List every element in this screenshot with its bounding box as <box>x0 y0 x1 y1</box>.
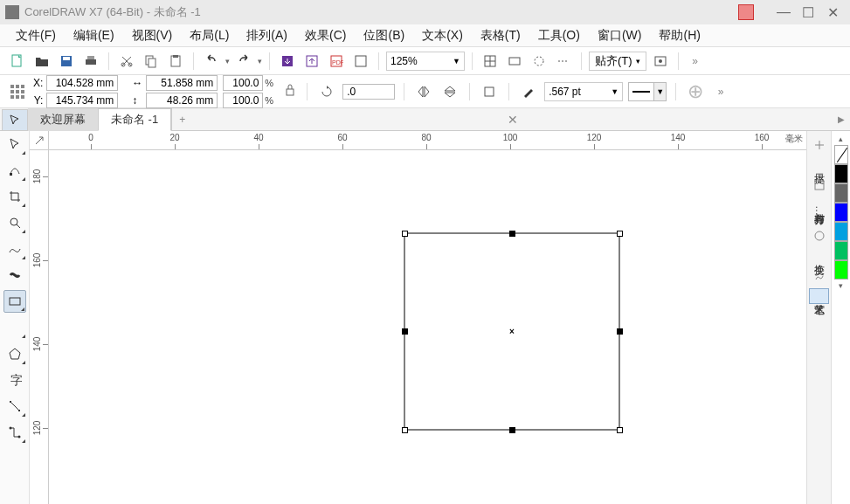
undo-button[interactable] <box>201 51 222 72</box>
vertical-ruler[interactable]: 180160140120 <box>30 150 49 504</box>
docker-transform[interactable]: 变换 <box>809 248 829 264</box>
rectangle-tool[interactable] <box>3 290 26 313</box>
y-position-input[interactable] <box>46 93 118 108</box>
user-badge-icon[interactable] <box>738 4 754 20</box>
expand-pane-button[interactable]: ▶ <box>833 114 850 124</box>
selection-handle[interactable] <box>617 427 623 433</box>
tab-document[interactable]: 未命名 -1 <box>98 108 171 131</box>
close-pane-button[interactable]: ✕ <box>502 113 523 127</box>
snap-button-3[interactable] <box>529 51 549 72</box>
suppress-fill-button[interactable] <box>479 81 500 102</box>
text-tool[interactable]: 字 <box>3 369 26 391</box>
snap-button-1[interactable] <box>480 51 501 72</box>
swatch-none[interactable] <box>834 145 848 164</box>
polygon-tool[interactable] <box>3 342 26 365</box>
selection-handle[interactable] <box>402 328 408 335</box>
menu-help[interactable]: 帮助(H) <box>650 24 708 47</box>
connector-tool[interactable] <box>3 421 26 444</box>
add-tab-button[interactable]: + <box>171 108 192 130</box>
x-position-input[interactable] <box>46 75 118 91</box>
color-swatch[interactable] <box>834 183 848 203</box>
pick-tool[interactable] <box>3 133 26 155</box>
color-swatch[interactable] <box>834 222 848 241</box>
width-input[interactable] <box>146 75 218 91</box>
selection-handle[interactable] <box>509 427 515 433</box>
menu-bitmaps[interactable]: 位图(B) <box>355 24 413 47</box>
scale-y-input[interactable] <box>223 93 263 108</box>
outline-style-select[interactable]: ▼ <box>628 82 667 101</box>
selection-handle[interactable] <box>509 231 515 237</box>
mirror-v-button[interactable] <box>439 81 460 102</box>
menu-window[interactable]: 窗口(W) <box>589 24 651 47</box>
tab-welcome[interactable]: 欢迎屏幕 <box>28 108 98 131</box>
menu-effects[interactable]: 效果(C) <box>296 24 355 47</box>
menu-file[interactable]: 文件(F) <box>7 24 65 47</box>
color-swatch[interactable] <box>834 260 848 280</box>
maximize-button[interactable]: ☐ <box>796 3 820 21</box>
color-swatch[interactable] <box>834 203 848 222</box>
save-button[interactable] <box>56 51 77 72</box>
menu-view[interactable]: 视图(V) <box>123 24 182 47</box>
menu-edit[interactable]: 编辑(E) <box>65 24 123 47</box>
menu-arrange[interactable]: 排列(A) <box>238 24 296 47</box>
zoom-tool[interactable] <box>3 211 26 234</box>
menu-tools[interactable]: 工具(O) <box>529 24 589 47</box>
cut-button[interactable] <box>116 51 137 72</box>
color-swatch[interactable] <box>834 164 848 183</box>
dimension-tool[interactable] <box>3 395 26 418</box>
selection-handle[interactable] <box>402 427 408 433</box>
rotation-input[interactable] <box>342 84 395 100</box>
overflow-button[interactable]: » <box>686 51 707 72</box>
copy-button[interactable] <box>141 51 162 72</box>
docker-hints[interactable]: 提示 <box>809 157 829 173</box>
palette-up-button[interactable]: ▴ <box>837 133 845 145</box>
docker-icon-2[interactable] <box>809 175 830 196</box>
import-button[interactable] <box>277 51 298 72</box>
selection-handle[interactable] <box>402 231 408 237</box>
zoom-level-select[interactable]: 125% ▼ <box>386 52 465 71</box>
fullscreen-button[interactable] <box>350 51 371 72</box>
docker-align[interactable]: 对齐与分布… <box>809 197 829 224</box>
freehand-tool[interactable] <box>3 238 26 260</box>
height-input[interactable] <box>146 93 218 108</box>
horizontal-ruler[interactable]: 毫米 020406080100120140160 <box>49 131 806 150</box>
publish-pdf-button[interactable]: PDF <box>326 51 347 72</box>
snap-button-2[interactable] <box>504 51 525 72</box>
crop-tool[interactable] <box>3 185 26 208</box>
close-button[interactable]: ✕ <box>820 3 845 21</box>
scale-x-input[interactable] <box>223 75 263 91</box>
mirror-h-button[interactable] <box>413 81 434 102</box>
color-swatch[interactable] <box>834 241 848 260</box>
menu-layout[interactable]: 布局(L) <box>181 24 238 47</box>
menu-table[interactable]: 表格(T) <box>472 24 529 47</box>
export-button[interactable] <box>301 51 322 72</box>
selection-handle[interactable] <box>617 328 623 335</box>
lock-ratio-button[interactable] <box>282 79 298 105</box>
docker-icon-3[interactable] <box>809 225 830 246</box>
print-button[interactable] <box>80 51 101 72</box>
new-button[interactable] <box>7 51 28 72</box>
selection-center[interactable]: × <box>509 327 515 336</box>
docker-icon-1[interactable] <box>809 135 830 155</box>
snap-button-4[interactable] <box>553 51 574 72</box>
minimize-button[interactable]: — <box>771 3 796 21</box>
menu-text[interactable]: 文本(X) <box>413 24 472 47</box>
pick-tool-small[interactable] <box>2 109 28 130</box>
paste-button[interactable] <box>165 51 186 72</box>
outline-width-select[interactable]: .567 pt ▼ <box>544 82 623 101</box>
artistic-media-tool[interactable] <box>3 264 26 287</box>
docker-artistic-brush[interactable]: 艺术笔 <box>809 288 829 304</box>
options-button[interactable] <box>650 51 671 72</box>
selection-handle[interactable] <box>617 231 623 237</box>
open-button[interactable] <box>31 51 52 72</box>
palette-down-button[interactable]: ▾ <box>837 280 845 292</box>
ellipse-tool[interactable] <box>3 316 26 339</box>
overflow-button-2[interactable]: » <box>711 81 732 102</box>
docker-icon-4[interactable] <box>809 266 830 287</box>
redo-button[interactable] <box>233 51 254 72</box>
shape-tool[interactable] <box>3 159 26 182</box>
drawing-canvas[interactable]: × <box>49 150 806 504</box>
snap-to-dropdown[interactable]: 贴齐(T) ▾ <box>589 52 646 71</box>
add-node-button[interactable]: ⊕ <box>685 81 706 102</box>
ruler-origin[interactable] <box>30 131 49 150</box>
